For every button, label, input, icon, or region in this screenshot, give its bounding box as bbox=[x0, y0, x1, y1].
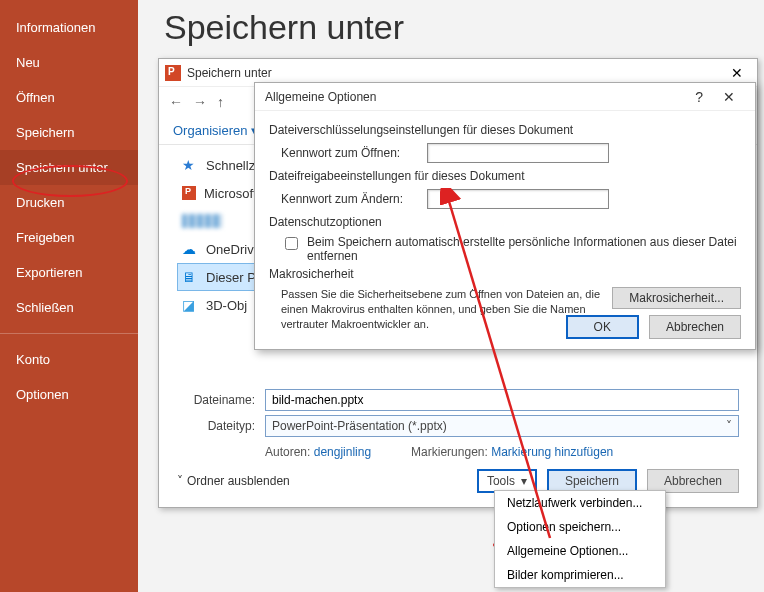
macro-note: Passen Sie die Sicherheitsebene zum Öffn… bbox=[281, 287, 602, 332]
tags-label: Markierungen: bbox=[411, 445, 488, 459]
monitor-icon: 🖥 bbox=[182, 269, 198, 285]
sidebar-item-options[interactable]: Optionen bbox=[0, 377, 138, 412]
filename-label: Dateiname: bbox=[177, 393, 259, 407]
close-icon[interactable]: ✕ bbox=[713, 87, 745, 107]
tools-item-save-options[interactable]: Optionen speichern... bbox=[495, 515, 665, 539]
cube-icon: ◪ bbox=[182, 297, 198, 313]
place-label: Microsoft bbox=[204, 186, 257, 201]
ok-button[interactable]: OK bbox=[566, 315, 639, 339]
tags-value[interactable]: Markierung hinzufügen bbox=[491, 445, 613, 459]
backstage-sidebar: Informationen Neu Öffnen Speichern Speic… bbox=[0, 0, 138, 592]
macro-section-label: Makrosicherheit bbox=[269, 267, 741, 281]
nav-up-icon[interactable]: ↑ bbox=[217, 94, 224, 110]
blurred-icon bbox=[182, 214, 222, 228]
place-label: OneDrive bbox=[206, 242, 261, 257]
privacy-checkbox-label: Beim Speichern automatisch erstellte per… bbox=[307, 235, 741, 263]
place-label: 3D-Obj bbox=[206, 298, 247, 313]
general-options-dialog: Allgemeine Optionen ? ✕ Dateiverschlüsse… bbox=[254, 82, 756, 350]
chevron-down-icon: ˅ bbox=[726, 419, 732, 433]
privacy-section-label: Datenschutzoptionen bbox=[269, 215, 741, 229]
chevron-down-icon: ▾ bbox=[521, 474, 527, 488]
tools-item-general-options[interactable]: Allgemeine Optionen... bbox=[495, 539, 665, 563]
sidebar-item-open[interactable]: Öffnen bbox=[0, 80, 138, 115]
sidebar-item-account[interactable]: Konto bbox=[0, 342, 138, 377]
encryption-section-label: Dateiverschlüsselungseinstellungen für d… bbox=[269, 123, 741, 137]
powerpoint-icon bbox=[165, 65, 181, 81]
password-open-label: Kennwort zum Öffnen: bbox=[281, 146, 419, 160]
password-modify-input[interactable] bbox=[427, 189, 609, 209]
sidebar-item-info[interactable]: Informationen bbox=[0, 10, 138, 45]
filetype-label: Dateityp: bbox=[177, 419, 259, 433]
sidebar-item-save[interactable]: Speichern bbox=[0, 115, 138, 150]
filetype-value: PowerPoint-Präsentation (*.pptx) bbox=[272, 419, 447, 433]
sidebar-item-new[interactable]: Neu bbox=[0, 45, 138, 80]
tools-item-map-drive[interactable]: Netzlaufwerk verbinden... bbox=[495, 491, 665, 515]
chevron-down-icon: ˅ bbox=[177, 474, 183, 488]
sidebar-item-share[interactable]: Freigeben bbox=[0, 220, 138, 255]
hide-folders-toggle[interactable]: ˅Ordner ausblenden bbox=[177, 474, 290, 488]
sidebar-item-close[interactable]: Schließen bbox=[0, 290, 138, 325]
close-icon[interactable]: ✕ bbox=[723, 63, 751, 83]
powerpoint-icon bbox=[182, 186, 196, 200]
tools-item-compress-pictures[interactable]: Bilder komprimieren... bbox=[495, 563, 665, 587]
sidebar-item-print[interactable]: Drucken bbox=[0, 185, 138, 220]
cloud-icon: ☁ bbox=[182, 241, 198, 257]
sharing-section-label: Dateifreigabeeinstellungen für dieses Do… bbox=[269, 169, 741, 183]
sidebar-item-save-as[interactable]: Speichern unter bbox=[0, 150, 138, 185]
tools-dropdown: Netzlaufwerk verbinden... Optionen speic… bbox=[494, 490, 666, 588]
star-icon: ★ bbox=[182, 157, 198, 173]
password-open-input[interactable] bbox=[427, 143, 609, 163]
nav-forward-icon[interactable]: → bbox=[193, 94, 207, 110]
options-cancel-button[interactable]: Abbrechen bbox=[649, 315, 741, 339]
options-title: Allgemeine Optionen bbox=[265, 90, 376, 104]
dialog-title: Speichern unter bbox=[187, 66, 272, 80]
dialog-bottom: Dateiname: Dateityp: PowerPoint-Präsenta… bbox=[159, 379, 757, 507]
options-titlebar: Allgemeine Optionen ? ✕ bbox=[255, 83, 755, 111]
password-modify-label: Kennwort zum Ändern: bbox=[281, 192, 419, 206]
options-body: Dateiverschlüsselungseinstellungen für d… bbox=[255, 111, 755, 340]
help-icon[interactable]: ? bbox=[685, 87, 713, 107]
authors-value[interactable]: dengjinling bbox=[314, 445, 371, 459]
authors-label: Autoren: bbox=[265, 445, 310, 459]
macro-security-button[interactable]: Makrosicherheit... bbox=[612, 287, 741, 309]
nav-back-icon[interactable]: ← bbox=[169, 94, 183, 110]
filetype-combo[interactable]: PowerPoint-Präsentation (*.pptx)˅ bbox=[265, 415, 739, 437]
filename-input[interactable] bbox=[265, 389, 739, 411]
page-title: Speichern unter bbox=[164, 8, 404, 47]
sidebar-item-export[interactable]: Exportieren bbox=[0, 255, 138, 290]
privacy-checkbox[interactable] bbox=[285, 237, 298, 250]
